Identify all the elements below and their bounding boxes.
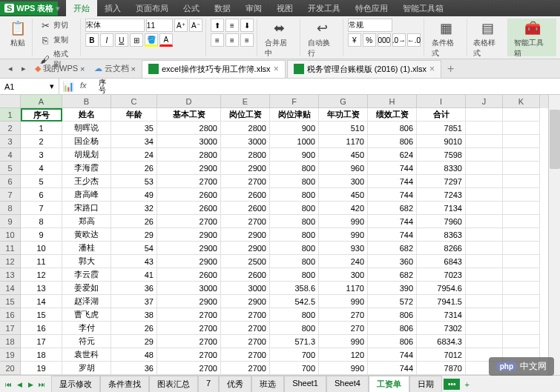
cell[interactable] bbox=[466, 135, 503, 148]
cell[interactable]: 2600 bbox=[221, 188, 270, 202]
sheet-tab[interactable]: 显示修改 bbox=[51, 376, 100, 392]
column-header[interactable]: D bbox=[157, 95, 221, 108]
cell[interactable]: 806 bbox=[368, 308, 417, 322]
cell[interactable] bbox=[503, 268, 540, 282]
cell[interactable]: 900 bbox=[270, 148, 319, 162]
cell[interactable]: 682 bbox=[368, 202, 417, 215]
cell[interactable]: 2600 bbox=[157, 202, 221, 215]
menu-tab[interactable]: 公式 bbox=[176, 0, 207, 16]
cell[interactable]: 41 bbox=[111, 268, 157, 282]
decrease-font-button[interactable]: A⁻ bbox=[189, 19, 202, 32]
cell[interactable] bbox=[503, 282, 540, 295]
cell[interactable] bbox=[503, 255, 540, 268]
cell[interactable]: 2800 bbox=[157, 122, 221, 135]
scroll-thumb[interactable] bbox=[550, 110, 560, 169]
column-header[interactable]: A bbox=[21, 95, 62, 108]
row-header[interactable]: 18 bbox=[0, 335, 21, 348]
cell[interactable]: 年龄 bbox=[111, 108, 157, 122]
cell[interactable]: 34 bbox=[111, 135, 157, 148]
cell[interactable]: 7851 bbox=[417, 122, 466, 135]
add-tab-button[interactable]: + bbox=[441, 60, 460, 78]
cell[interactable]: 800 bbox=[270, 308, 319, 322]
cell[interactable]: 1000 bbox=[270, 135, 319, 148]
sheet-tab[interactable]: 班选 bbox=[251, 376, 284, 392]
close-icon[interactable]: × bbox=[429, 64, 435, 74]
cell[interactable] bbox=[466, 242, 503, 255]
wrap-text-button[interactable]: ↩ 自动换行 bbox=[305, 19, 340, 60]
cell[interactable]: 806 bbox=[368, 322, 417, 335]
align-center-button[interactable]: ≡ bbox=[225, 33, 239, 47]
cell[interactable]: 7012 bbox=[417, 348, 466, 362]
cell[interactable]: 19 bbox=[21, 362, 62, 375]
row-header[interactable]: 8 bbox=[0, 202, 21, 215]
cell[interactable]: 1 bbox=[21, 122, 62, 135]
row-header[interactable]: 15 bbox=[0, 295, 21, 308]
cell[interactable]: 9 bbox=[21, 228, 62, 242]
cell[interactable]: 26 bbox=[111, 162, 157, 175]
cell[interactable]: 8 bbox=[21, 215, 62, 228]
cell[interactable]: 17 bbox=[21, 335, 62, 348]
cells-area[interactable]: 序号姓名年龄基本工资岗位工资岗位津贴年功工资绩效工资合计1朝晖说35280028… bbox=[21, 108, 548, 375]
cell[interactable] bbox=[466, 282, 503, 295]
cell[interactable]: 2900 bbox=[221, 162, 270, 175]
border-button[interactable]: ⊞ bbox=[130, 33, 143, 47]
sheet-tab[interactable]: 优秀 bbox=[219, 376, 251, 392]
cell[interactable]: 29 bbox=[111, 335, 157, 348]
cell[interactable]: 800 bbox=[270, 255, 319, 268]
menu-tab[interactable]: 插入 bbox=[97, 0, 128, 16]
menu-tab[interactable]: 视图 bbox=[269, 0, 300, 16]
cell[interactable]: 744 bbox=[368, 348, 417, 362]
cell[interactable]: 510 bbox=[319, 122, 368, 135]
conditional-format-button[interactable]: ▦ 条件格式 bbox=[429, 19, 464, 60]
sheet-tab[interactable]: 日期 bbox=[409, 376, 442, 392]
cell[interactable]: 24 bbox=[111, 148, 157, 162]
cell[interactable]: 8363 bbox=[417, 228, 466, 242]
cell[interactable]: 8266 bbox=[417, 242, 466, 255]
column-header[interactable]: B bbox=[62, 95, 111, 108]
cell[interactable]: 800 bbox=[270, 175, 319, 188]
smart-tools-button[interactable]: 🧰 智能工具箱 bbox=[511, 19, 553, 60]
cell[interactable] bbox=[503, 135, 540, 148]
cell[interactable]: 基本工资 bbox=[157, 108, 221, 122]
doc-tab-active[interactable]: excel操作技巧专用工作簿.xlsx × bbox=[142, 60, 286, 78]
cell[interactable]: 990 bbox=[319, 215, 368, 228]
cell[interactable]: 744 bbox=[368, 162, 417, 175]
cell[interactable]: 7134 bbox=[417, 202, 466, 215]
row-header[interactable]: 10 bbox=[0, 228, 21, 242]
cell[interactable]: 年功工资 bbox=[319, 108, 368, 122]
sheet-last-button[interactable]: ⏭ bbox=[36, 379, 47, 390]
cell[interactable] bbox=[503, 122, 540, 135]
cell[interactable]: 800 bbox=[270, 215, 319, 228]
cell[interactable]: 潘桂 bbox=[62, 242, 111, 255]
cell[interactable]: 930 bbox=[319, 242, 368, 255]
cell[interactable]: 806 bbox=[368, 122, 417, 135]
menu-tab[interactable]: 审阅 bbox=[238, 0, 269, 16]
cell[interactable] bbox=[466, 268, 503, 282]
sheet-tab[interactable]: Sheet4 bbox=[326, 376, 369, 392]
fill-color-button[interactable]: 🪣 bbox=[145, 33, 158, 47]
row-header[interactable]: 20 bbox=[0, 362, 21, 375]
cell[interactable]: 3000 bbox=[221, 135, 270, 148]
cell[interactable]: 49 bbox=[111, 188, 157, 202]
cell[interactable]: 黄欧达 bbox=[62, 228, 111, 242]
cell[interactable]: 26 bbox=[111, 215, 157, 228]
cell[interactable] bbox=[466, 175, 503, 188]
name-box[interactable]: A1 ▾ bbox=[0, 79, 59, 94]
cell[interactable]: 2700 bbox=[221, 215, 270, 228]
cell[interactable] bbox=[503, 228, 540, 242]
cell[interactable]: 7954.6 bbox=[417, 282, 466, 295]
cell[interactable]: 绩效工资 bbox=[368, 108, 417, 122]
currency-button[interactable]: ¥ bbox=[348, 33, 361, 47]
close-icon[interactable]: × bbox=[131, 64, 136, 73]
cell[interactable]: 3 bbox=[21, 148, 62, 162]
cell[interactable]: 26 bbox=[111, 322, 157, 335]
cell[interactable]: 1170 bbox=[319, 282, 368, 295]
cell[interactable]: 36 bbox=[111, 282, 157, 295]
font-color-button[interactable]: A bbox=[159, 33, 173, 47]
cell[interactable]: 2700 bbox=[157, 362, 221, 375]
row-header[interactable]: 19 bbox=[0, 348, 21, 362]
cell[interactable]: 18 bbox=[21, 348, 62, 362]
cell[interactable]: 岗位工资 bbox=[221, 108, 270, 122]
cell[interactable]: 袁世科 bbox=[62, 348, 111, 362]
cell[interactable]: 29 bbox=[111, 228, 157, 242]
